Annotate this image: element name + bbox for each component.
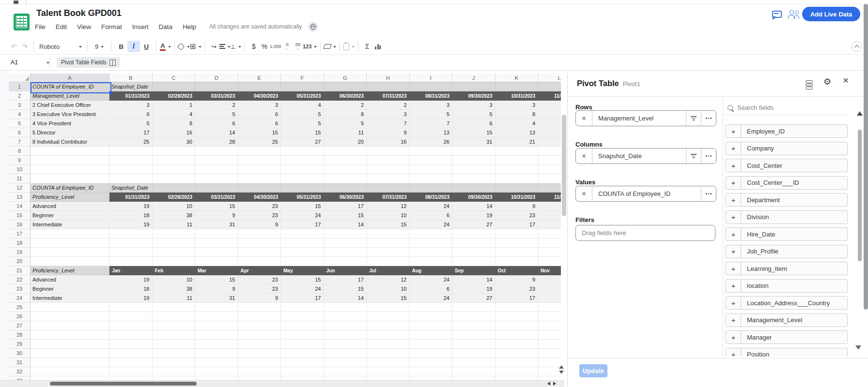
borders-button[interactable]: ⊞ [190, 41, 202, 52]
cell-D11[interactable] [195, 174, 238, 183]
add-field-icon[interactable]: + [726, 314, 741, 327]
menu-data[interactable]: Data [159, 23, 173, 30]
cell-G5[interactable]: 5 [324, 119, 367, 128]
cell-I21[interactable]: Aug [410, 266, 453, 275]
font-select[interactable]: Roboto [37, 41, 84, 52]
cell-C19[interactable] [153, 248, 196, 257]
cell-G3[interactable]: 2 [324, 101, 367, 110]
cell-B25[interactable] [109, 303, 153, 312]
cell-K24[interactable]: 17 [496, 294, 539, 303]
cell-J22[interactable]: 14 [452, 275, 496, 284]
cell-E29[interactable] [238, 340, 281, 349]
cell-A22[interactable]: Advanced [31, 275, 109, 284]
cell-A29[interactable] [31, 340, 109, 349]
cell-I24[interactable]: 24 [410, 294, 453, 303]
cell-G33[interactable] [324, 376, 367, 380]
cell-K15[interactable]: 23 [496, 211, 539, 220]
add-field-icon[interactable]: + [726, 297, 741, 309]
cell-F1[interactable] [281, 82, 324, 91]
field-item-position[interactable]: +Position [726, 348, 848, 357]
cell-C29[interactable] [153, 340, 196, 349]
percent-format-button[interactable]: % [259, 41, 270, 52]
cell-L16[interactable] [538, 220, 561, 229]
cell-D20[interactable] [195, 257, 238, 266]
field-item-department[interactable]: +Department [726, 193, 848, 207]
cell-F26[interactable] [281, 312, 324, 321]
insert-chart-button[interactable] [372, 41, 383, 52]
cell-F21[interactable]: May [281, 266, 324, 275]
cell-L7[interactable] [538, 137, 561, 147]
cell-L19[interactable] [538, 248, 561, 257]
redo-icon[interactable]: ↷ [19, 41, 30, 52]
cell-J13[interactable]: 09/30/2023 [452, 193, 496, 202]
cell-F30[interactable] [281, 349, 324, 358]
row-header-11[interactable]: 11 [9, 174, 31, 183]
filter-icon[interactable] [686, 111, 701, 126]
add-field-icon[interactable]: + [726, 245, 741, 258]
cell-L1[interactable] [538, 82, 561, 91]
cell-B33[interactable] [109, 376, 153, 380]
cell-E31[interactable] [238, 358, 281, 367]
cell-J11[interactable] [452, 174, 496, 183]
number-format-button[interactable]: 123 [303, 41, 317, 52]
cell-K28[interactable] [496, 330, 539, 340]
cell-H23[interactable]: 10 [367, 284, 410, 294]
col-header-K[interactable]: K [496, 74, 539, 82]
cell-H13[interactable]: 07/31/2023 [367, 193, 410, 202]
cell-D14[interactable]: 15 [195, 202, 238, 211]
cell-D25[interactable] [195, 303, 238, 312]
cell-H25[interactable] [367, 303, 410, 312]
fill-handle[interactable] [109, 91, 112, 94]
cell-I10[interactable] [410, 165, 453, 174]
cell-E27[interactable] [238, 321, 281, 330]
cell-K2[interactable]: 10/31/2023 [496, 91, 539, 101]
cell-B5[interactable]: 5 [109, 119, 153, 128]
cell-G7[interactable]: 20 [324, 137, 367, 147]
cell-G8[interactable] [324, 147, 367, 156]
row-header-2[interactable]: 2 [9, 91, 31, 101]
cell-A10[interactable] [31, 165, 109, 174]
cell-I12[interactable] [410, 183, 453, 193]
cell-H6[interactable]: 9 [367, 128, 410, 137]
cell-B1[interactable]: Snapshot_Date [109, 82, 153, 91]
cell-I29[interactable] [410, 340, 453, 349]
list-scroll-up-icon[interactable] [857, 108, 863, 116]
cell-I31[interactable] [410, 358, 453, 367]
cell-F29[interactable] [281, 340, 324, 349]
row-header-19[interactable]: 19 [9, 248, 31, 257]
cell-D22[interactable]: 15 [195, 275, 238, 284]
cell-I17[interactable] [410, 229, 453, 238]
field-item-hire_date[interactable]: +Hire_Date [726, 227, 848, 241]
cell-E13[interactable]: 04/30/2023 [238, 193, 281, 202]
cell-H11[interactable] [367, 174, 410, 183]
cell-A4[interactable]: 3 Executive Vice President [31, 110, 109, 119]
cell-L29[interactable] [538, 340, 561, 349]
cell-K11[interactable] [496, 174, 539, 183]
cell-I20[interactable] [410, 257, 453, 266]
cell-J10[interactable] [452, 165, 496, 174]
cell-K21[interactable]: Oct [496, 266, 539, 275]
cell-G6[interactable]: 11 [324, 128, 367, 137]
row-header-18[interactable]: 18 [9, 238, 31, 248]
add-field-icon[interactable]: + [726, 348, 741, 357]
cell-G27[interactable] [324, 321, 367, 330]
cell-I3[interactable]: 3 [410, 101, 453, 110]
cell-K4[interactable]: 8 [496, 110, 539, 119]
add-field-icon[interactable]: + [726, 125, 741, 137]
cell-G11[interactable] [324, 174, 367, 183]
field-item-location[interactable]: +location [726, 279, 848, 293]
cell-F2[interactable]: 05/31/2023 [281, 91, 324, 101]
remove-field-icon[interactable]: × [576, 111, 592, 126]
cell-D19[interactable] [195, 248, 238, 257]
cell-F6[interactable]: 15 [281, 128, 324, 137]
scroll-right-icon[interactable] [553, 382, 558, 386]
cell-K6[interactable]: 13 [496, 128, 539, 137]
cell-L24[interactable] [538, 294, 561, 303]
cell-A6[interactable]: 5 Director [31, 128, 109, 137]
cell-B9[interactable] [109, 156, 153, 165]
col-header-F[interactable]: F [281, 74, 324, 82]
cell-C26[interactable] [153, 312, 196, 321]
add-field-icon[interactable]: + [726, 280, 741, 292]
cell-H10[interactable] [367, 165, 410, 174]
cell-H24[interactable]: 15 [367, 294, 410, 303]
